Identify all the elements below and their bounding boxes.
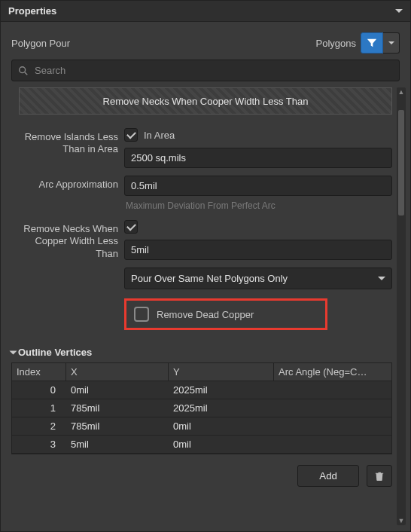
cell-arc bbox=[274, 381, 391, 399]
cell-y: 2025mil bbox=[169, 399, 274, 417]
caret-down-icon bbox=[10, 350, 17, 354]
outline-vertices-header[interactable]: Outline Vertices bbox=[11, 347, 392, 358]
scroll-up-icon[interactable]: ▲ bbox=[397, 87, 406, 96]
arc-approx-hint: Maximum Deviation From Perfect Arc bbox=[124, 199, 392, 212]
in-area-checkbox[interactable] bbox=[124, 128, 138, 142]
cell-x: 0mil bbox=[66, 381, 169, 399]
object-type-row: Polygon Pour Polygons bbox=[1, 22, 410, 60]
remove-necks-label: Remove Necks When Copper Width Less Than bbox=[11, 220, 124, 260]
chevron-down-icon bbox=[388, 41, 394, 44]
cell-arc bbox=[274, 399, 391, 417]
properties-panel: Properties Polygon Pour Polygons Remove … bbox=[0, 0, 411, 532]
remove-dead-copper-highlight: Remove Dead Copper bbox=[124, 298, 327, 330]
search-box[interactable] bbox=[11, 60, 400, 81]
delete-vertex-button[interactable] bbox=[367, 465, 392, 487]
remove-necks-checkbox[interactable] bbox=[124, 220, 138, 234]
vertical-scrollbar[interactable]: ▲ ▼ bbox=[397, 87, 406, 525]
table-row[interactable]: 1785mil2025mil bbox=[12, 399, 391, 417]
svg-point-0 bbox=[20, 66, 26, 72]
scroll-down-icon[interactable]: ▼ bbox=[397, 516, 406, 525]
remove-islands-label: Remove Islands Less Than in Area bbox=[11, 128, 124, 156]
funnel-icon bbox=[367, 38, 377, 48]
filter-label: Polygons bbox=[316, 38, 356, 49]
cell-x: 785mil bbox=[66, 417, 169, 436]
pour-over-value: Pour Over Same Net Polygons Only bbox=[131, 273, 288, 284]
trash-icon bbox=[374, 471, 385, 482]
extra-options-banner: Remove Necks When Cooper Width Less Than bbox=[19, 87, 392, 115]
remove-islands-input[interactable] bbox=[124, 148, 392, 168]
table-row[interactable]: 00mil2025mil bbox=[12, 381, 391, 399]
cell-y: 0mil bbox=[169, 417, 274, 436]
col-x[interactable]: X bbox=[66, 363, 169, 381]
arc-approx-label: Arc Approximation bbox=[11, 176, 124, 191]
panel-menu-icon[interactable] bbox=[395, 9, 403, 13]
cell-arc bbox=[274, 417, 391, 436]
cell-index: 1 bbox=[12, 399, 66, 417]
extra-banner-text: Remove Necks When Cooper Width Less Than bbox=[103, 96, 309, 107]
col-y[interactable]: Y bbox=[169, 363, 274, 381]
svg-line-1 bbox=[25, 72, 27, 74]
cell-index: 2 bbox=[12, 417, 66, 436]
outline-vertices-title: Outline Vertices bbox=[18, 347, 92, 358]
add-vertex-button[interactable]: Add bbox=[297, 465, 359, 487]
cell-x: 785mil bbox=[66, 399, 169, 417]
cell-y: 2025mil bbox=[169, 381, 274, 399]
pour-over-select[interactable]: Pour Over Same Net Polygons Only bbox=[124, 268, 392, 289]
search-icon bbox=[18, 66, 29, 76]
cell-y: 0mil bbox=[169, 436, 274, 454]
filter-button[interactable] bbox=[361, 32, 383, 54]
chevron-down-icon bbox=[378, 277, 385, 280]
panel-titlebar: Properties bbox=[1, 1, 410, 22]
panel-title: Properties bbox=[8, 5, 56, 17]
arc-approx-input[interactable] bbox=[124, 176, 392, 196]
cell-index: 3 bbox=[12, 436, 66, 454]
filter-dropdown-button[interactable] bbox=[383, 32, 400, 54]
cell-index: 0 bbox=[12, 381, 66, 399]
table-row[interactable]: 35mil0mil bbox=[12, 436, 391, 454]
object-type-label: Polygon Pour bbox=[11, 38, 70, 49]
outline-vertices-table: Index X Y Arc Angle (Neg=C… 00mil2025mil… bbox=[11, 362, 392, 454]
search-input[interactable] bbox=[35, 65, 393, 76]
col-arc[interactable]: Arc Angle (Neg=C… bbox=[274, 363, 391, 381]
remove-necks-input[interactable] bbox=[124, 240, 392, 260]
in-area-label: In Area bbox=[144, 130, 175, 141]
cell-x: 5mil bbox=[66, 436, 169, 454]
cell-arc bbox=[274, 436, 391, 454]
col-index[interactable]: Index bbox=[12, 363, 66, 381]
scroll-thumb[interactable] bbox=[398, 110, 404, 216]
remove-dead-copper-checkbox[interactable] bbox=[134, 307, 149, 322]
table-row[interactable]: 2785mil0mil bbox=[12, 417, 391, 436]
remove-dead-copper-label: Remove Dead Copper bbox=[157, 309, 254, 320]
